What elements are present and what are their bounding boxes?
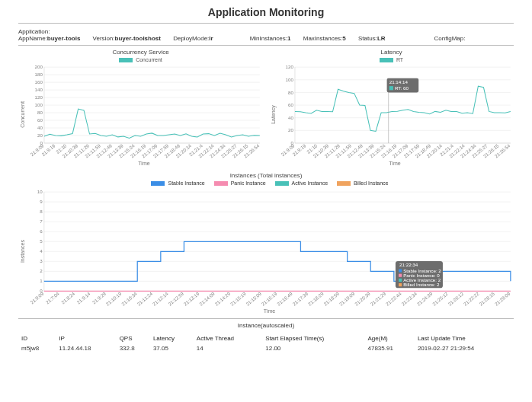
app-meta-row: Application: AppName:buyer-tools Version… xyxy=(18,27,514,45)
svg-text:21:22:22: 21:22:22 xyxy=(463,291,480,307)
legend-billed: Billed Instance xyxy=(354,180,389,186)
deploymode-label: DeployMode: xyxy=(173,35,209,42)
latency-plot[interactable]: 020406080100120 21:14:14 RT: 60 21:9: xyxy=(276,64,514,159)
latency-legend: RT xyxy=(269,57,514,62)
svg-text:21:16:19: 21:16:19 xyxy=(261,291,278,307)
svg-text:120: 120 xyxy=(34,94,43,100)
application-label: Application: xyxy=(18,28,224,35)
divider xyxy=(18,23,514,24)
page-title: Application Monitoring xyxy=(18,6,514,18)
svg-text:21:10:19: 21:10:19 xyxy=(105,291,123,307)
svg-text:21:23:34: 21:23:34 xyxy=(400,291,418,307)
latency-legend-label: RT xyxy=(396,57,403,62)
concurrency-legend-label: Concurrent xyxy=(136,57,162,62)
latency-tooltip: 21:14:14 RT: 60 xyxy=(387,78,419,143)
latency-ylabel: Latency xyxy=(269,64,276,166)
col-active-thread: Active Thread xyxy=(194,333,262,343)
svg-text:6: 6 xyxy=(40,228,43,234)
col-last-update: Last Update Time xyxy=(415,333,514,343)
svg-text:40: 40 xyxy=(37,125,43,130)
mininst-label: MinInstances: xyxy=(250,35,287,42)
instances-plot[interactable]: 012345678910 21:22:34 Stable Instance: 2… xyxy=(25,189,514,307)
svg-text:5: 5 xyxy=(40,238,43,244)
svg-text:21:18:59: 21:18:59 xyxy=(322,291,340,307)
panic-swatch xyxy=(214,181,228,186)
cell-qps: 332.8 xyxy=(117,343,150,353)
svg-text:21:7:04: 21:7:04 xyxy=(45,291,61,305)
svg-text:21:26:12: 21:26:12 xyxy=(447,291,464,307)
svg-text:9: 9 xyxy=(40,199,43,204)
svg-text:140: 140 xyxy=(34,87,43,92)
svg-text:8: 8 xyxy=(40,209,43,214)
svg-text:21:22:34: 21:22:34 xyxy=(399,262,418,267)
svg-text:21:22:44: 21:22:44 xyxy=(385,291,402,307)
svg-text:80: 80 xyxy=(288,90,293,95)
latency-chart: Latency RT Latency 020406080100120 21:14 xyxy=(269,49,514,166)
col-ip: IP xyxy=(56,333,116,343)
svg-text:21:9:14: 21:9:14 xyxy=(75,291,91,305)
instances-tooltip: 21:22:34 Stable Instance: 2 Panic Instan… xyxy=(396,261,443,288)
svg-rect-111 xyxy=(399,270,402,273)
svg-text:100: 100 xyxy=(285,77,293,82)
svg-text:21:11:24: 21:11:24 xyxy=(136,291,153,307)
svg-text:21:16:49: 21:16:49 xyxy=(276,291,293,307)
stats-table: ID IP QPS Latency Active Thread Start El… xyxy=(18,333,514,353)
svg-text:21:10:34: 21:10:34 xyxy=(120,291,138,307)
status-value: LR xyxy=(377,35,386,42)
svg-text:60: 60 xyxy=(288,102,293,107)
instances-ylabel: Instances xyxy=(18,189,25,314)
latency-xlabel: Time xyxy=(276,161,514,166)
stable-swatch xyxy=(151,181,165,186)
cell-id: m5jw8 xyxy=(18,343,56,353)
svg-text:180: 180 xyxy=(34,72,43,77)
cell-latency: 37.05 xyxy=(150,343,194,353)
svg-text:21:13:19: 21:13:19 xyxy=(183,291,200,307)
svg-rect-115 xyxy=(399,279,402,282)
svg-text:160: 160 xyxy=(34,79,43,85)
svg-text:21:8:24: 21:8:24 xyxy=(60,291,76,305)
configmap-label: ConfigMap: xyxy=(434,35,466,42)
deploymode-value: lr xyxy=(209,35,213,42)
svg-text:20: 20 xyxy=(37,132,43,138)
svg-text:7: 7 xyxy=(40,219,43,224)
version-value: buyer-toolshost xyxy=(115,35,161,42)
concurrency-plot[interactable]: 020406080100120140160180200 21:9:0921:9:… xyxy=(25,64,263,159)
cell-age: 47835.91 xyxy=(364,343,414,353)
svg-text:Billed Instance: 2: Billed Instance: 2 xyxy=(403,282,440,287)
svg-text:2: 2 xyxy=(40,269,43,274)
svg-text:21:24:39: 21:24:39 xyxy=(416,291,434,307)
legend-stable: Stable Instance xyxy=(168,180,204,186)
svg-text:21:12:59: 21:12:59 xyxy=(167,291,184,307)
svg-text:21:14:14: 21:14:14 xyxy=(389,79,409,85)
latency-title: Latency xyxy=(269,49,514,56)
version-label: Version: xyxy=(93,35,115,42)
svg-text:80: 80 xyxy=(37,110,43,115)
svg-text:200: 200 xyxy=(34,64,43,69)
svg-text:3: 3 xyxy=(40,258,43,263)
instances-chart: Instances (Total instances) Stable Insta… xyxy=(18,172,514,314)
svg-text:21:18:29: 21:18:29 xyxy=(307,291,325,307)
svg-text:RT: 60: RT: 60 xyxy=(395,85,409,91)
concurrency-chart: Concurrency Service Concurrent Concurren… xyxy=(18,49,263,166)
svg-text:21:21:29: 21:21:29 xyxy=(369,291,386,307)
maxinst-label: MaxInstances: xyxy=(303,35,343,42)
svg-text:120: 120 xyxy=(285,64,293,69)
svg-text:21:17:39: 21:17:39 xyxy=(291,291,309,307)
table-row: ID IP QPS Latency Active Thread Start El… xyxy=(18,333,514,343)
divider xyxy=(18,45,514,46)
legend-panic: Panic Instance xyxy=(231,180,266,186)
svg-text:21:20:39: 21:20:39 xyxy=(354,291,371,307)
svg-text:10: 10 xyxy=(37,189,43,194)
svg-text:21:19:09: 21:19:09 xyxy=(338,291,356,307)
appname-value: buyer-tools xyxy=(47,35,81,42)
concurrent-swatch xyxy=(119,58,133,62)
svg-text:60: 60 xyxy=(37,117,43,123)
concurrency-xlabel: Time xyxy=(25,161,263,166)
cell-ip: 11.24.44.18 xyxy=(56,343,116,353)
active-swatch xyxy=(275,181,289,186)
appname-label: AppName: xyxy=(18,35,47,42)
status-label: Status: xyxy=(358,35,377,42)
col-start-elapsed: Start Elapsed Time(s) xyxy=(262,333,364,343)
mininst-value: 1 xyxy=(287,35,290,42)
page: Application Monitoring Application: AppN… xyxy=(0,0,532,361)
